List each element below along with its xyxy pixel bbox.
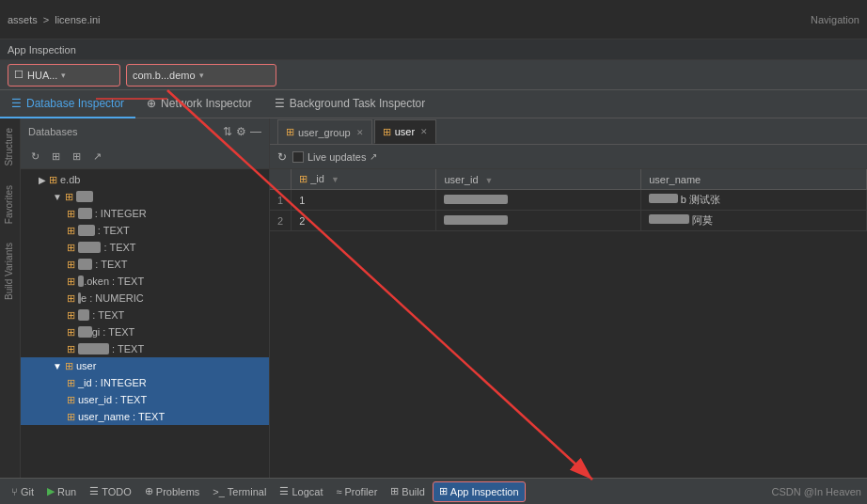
col-header-userid[interactable]: user_id ▼: [436, 169, 641, 190]
grid-btn[interactable]: ⊞: [47, 149, 64, 165]
tree-col-user-userid[interactable]: ⊞ user_id : TEXT: [21, 391, 269, 408]
userid-col-label: user_id: [444, 174, 478, 185]
id-icon: ⊞: [299, 173, 307, 184]
col-icon2: ⊞: [67, 225, 75, 237]
tab-network-inspector[interactable]: ⊕ Network Inspector: [135, 90, 263, 118]
tree-col-numeric[interactable]: ⊞ e : NUMERIC: [21, 290, 269, 307]
tree-col-us[interactable]: ⊞ us : TEXT: [21, 222, 269, 239]
csdn-label: CSDN @In Heaven: [771, 486, 861, 497]
status-right: CSDN @In Heaven: [771, 486, 861, 497]
device-dropdown[interactable]: ☐ HUA... ▾: [8, 64, 120, 87]
package-dropdown[interactable]: com.b...demo ▾: [126, 64, 276, 87]
col-icon6: ⊞: [67, 292, 75, 305]
col-icon-useridcol: ⊞: [67, 394, 75, 406]
live-updates-checkbox[interactable]: [292, 151, 304, 163]
right-refresh-icon[interactable]: ↻: [277, 150, 287, 164]
close-user-group[interactable]: ✕: [356, 128, 364, 137]
sort-id-icon[interactable]: ▼: [331, 175, 339, 184]
col-icon: ⊞: [67, 208, 75, 220]
close-user[interactable]: ✕: [420, 127, 428, 136]
cell-username-1: b 测试张: [641, 190, 867, 211]
run-label: Run: [57, 486, 76, 497]
status-terminal[interactable]: >_ Terminal: [207, 481, 272, 502]
device-chevron: ▾: [61, 71, 66, 80]
breadcrumb: assets > license.ini: [8, 14, 101, 25]
col-label9: score : TEXT: [78, 343, 144, 354]
expand-r-icon: ▼: [53, 192, 62, 202]
status-profiler[interactable]: ≈ Profiler: [330, 481, 383, 502]
live-updates[interactable]: Live updates ↗: [292, 151, 377, 163]
tree-col-token[interactable]: ⊞ .oken : TEXT: [21, 273, 269, 290]
user-group-icon: ⊞: [286, 126, 294, 138]
db-icon: ⊞: [49, 174, 57, 186]
tree-col-user-name[interactable]: ⊞ user_name : TEXT: [21, 408, 269, 425]
db-label: e.db: [60, 174, 80, 185]
status-run[interactable]: ▶ Run: [41, 481, 82, 502]
app-inspection-bar: App Inspection: [0, 39, 867, 60]
git-label: Git: [21, 486, 34, 497]
vert-tab-structure[interactable]: Structure: [0, 118, 20, 176]
vert-tab-build-variants[interactable]: Build Variants: [0, 233, 20, 309]
tree-item-r[interactable]: ▼ ⊞: [21, 188, 269, 205]
sort-userid-icon[interactable]: ▼: [485, 176, 494, 185]
col-label2: us : TEXT: [78, 225, 130, 236]
tree-col-h[interactable]: ⊞ h : TEXT: [21, 307, 269, 323]
expand-icon[interactable]: ⇅: [223, 125, 232, 138]
device-icon: ☐: [14, 69, 24, 81]
build-icon: ⊞: [390, 485, 399, 497]
user-tab-label: user: [395, 126, 415, 137]
todo-icon: ☰: [89, 485, 99, 497]
status-todo[interactable]: ☰ TODO: [84, 481, 137, 502]
cell-id-2: 2: [292, 211, 436, 231]
git-icon: ⑂: [11, 486, 18, 497]
row-num-2: 2: [270, 211, 292, 231]
database-tree: ▶ ⊞ e.db ▼ ⊞ ⊞ id : INTEGER ⊞: [21, 169, 269, 478]
table-btn[interactable]: ⊞: [68, 149, 85, 165]
db-tab-icon: ☰: [11, 97, 22, 110]
col-icon4: ⊞: [67, 259, 75, 271]
refresh-btn[interactable]: ↻: [26, 149, 43, 165]
tab-database-inspector[interactable]: ☰ Database Inspector: [0, 90, 135, 118]
left-panel-toolbar: ↻ ⊞ ⊞ ↗: [21, 145, 269, 169]
top-bar: assets > license.ini Navigation: [0, 0, 867, 39]
profiler-label: Profiler: [345, 486, 378, 497]
minimize-icon[interactable]: —: [250, 125, 261, 138]
tab-background-inspector[interactable]: ☰ Background Task Inspector: [263, 90, 437, 118]
tab-user[interactable]: ⊞ user ✕: [374, 119, 436, 144]
table-row[interactable]: 1 1 b 测试张: [270, 190, 867, 211]
status-logcat[interactable]: ☰ Logcat: [274, 481, 328, 502]
vert-tab-favorites[interactable]: Favorites: [0, 176, 20, 233]
col-header-id[interactable]: ⊞ _id ▼: [292, 169, 436, 190]
status-build[interactable]: ⊞ Build: [385, 481, 430, 502]
tree-col-id-r[interactable]: ⊞ id : INTEGER: [21, 205, 269, 222]
app-inspection-icon: ⊞: [439, 485, 448, 497]
export-btn[interactable]: ↗: [88, 149, 105, 165]
expand-user-icon: ▼: [53, 361, 62, 371]
col-label7: h : TEXT: [78, 309, 124, 321]
tree-col-user-id[interactable]: ⊞ _id : INTEGER: [21, 374, 269, 391]
problems-label: Problems: [156, 486, 199, 497]
tree-col-score[interactable]: ⊞ score : TEXT: [21, 340, 269, 357]
tree-col-lo[interactable]: ⊞ lo gi : TEXT: [21, 323, 269, 340]
live-updates-ext-icon: ↗: [370, 151, 377, 162]
tree-item-user[interactable]: ▼ ⊞ user: [21, 357, 269, 374]
tab-user-group[interactable]: ⊞ user_group ✕: [277, 119, 372, 144]
status-app-inspection[interactable]: ⊞ App Inspection: [433, 481, 526, 502]
device-selector-row: ☐ HUA... ▾ com.b...demo ▾: [0, 60, 867, 90]
tree-item-edb[interactable]: ▶ ⊞ e.db: [21, 171, 269, 188]
settings-icon[interactable]: ⚙: [236, 125, 246, 138]
data-table-container: ⊞ _id ▼ user_id ▼ user_name: [270, 169, 867, 478]
collapse-icon: ▶: [39, 175, 46, 185]
status-problems[interactable]: ⊕ Problems: [139, 481, 205, 502]
logcat-icon: ☰: [279, 485, 289, 497]
col-icon-uname: ⊞: [67, 411, 75, 423]
table-row[interactable]: 2 2 阿莫: [270, 211, 867, 231]
terminal-label: Terminal: [228, 486, 267, 497]
tree-col-blank1[interactable]: ⊞ : TEXT: [21, 256, 269, 273]
tree-col-na[interactable]: ⊞ _na : TEXT: [21, 239, 269, 256]
bg-tab-icon: ☰: [275, 97, 285, 110]
build-label: Build: [402, 486, 424, 497]
status-git[interactable]: ⑂ Git: [6, 481, 39, 502]
navigation-label: Navigation: [811, 14, 859, 25]
col-header-username[interactable]: user_name: [641, 169, 867, 190]
